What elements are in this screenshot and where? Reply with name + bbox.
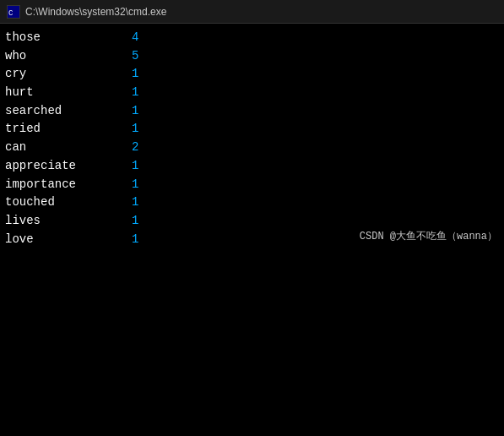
title-bar: C C:\Windows\system32\cmd.exe [0, 0, 504, 24]
title-bar-text: C:\Windows\system32\cmd.exe [25, 6, 166, 18]
word-label: those [5, 29, 132, 47]
count-value: 1 [132, 193, 138, 212]
table-row: importance1 [3, 176, 501, 194]
word-label: lives [5, 212, 132, 231]
table-row: those4 [3, 29, 501, 47]
word-label: love [5, 231, 132, 249]
watermark: CSDN @大鱼不吃鱼（wanna） [360, 229, 497, 243]
table-row: can2 [3, 139, 501, 157]
count-value: 5 [132, 47, 138, 66]
word-label: importance [5, 176, 132, 194]
table-row: appreciate1 [3, 157, 501, 176]
count-value: 1 [132, 176, 138, 194]
count-value: 1 [132, 102, 138, 121]
word-label: cry [5, 65, 132, 84]
count-value: 1 [132, 84, 138, 102]
count-value: 4 [132, 29, 138, 47]
count-value: 1 [132, 120, 138, 139]
table-row: searched1 [3, 102, 501, 121]
count-value: 1 [132, 231, 138, 249]
word-label: can [5, 139, 132, 157]
count-value: 1 [132, 157, 138, 176]
word-label: hurt [5, 84, 132, 102]
table-row: lives1 [3, 212, 501, 231]
table-row: cry1 [3, 65, 501, 84]
word-label: who [5, 47, 132, 66]
word-label: touched [5, 193, 132, 212]
cmd-icon: C [7, 5, 20, 19]
table-row: touched1 [3, 193, 501, 212]
count-value: 1 [132, 65, 138, 84]
svg-text:C: C [8, 9, 14, 18]
word-label: tried [5, 120, 132, 139]
table-row: tried1 [3, 120, 501, 139]
count-value: 1 [132, 212, 138, 231]
table-row: who5 [3, 47, 501, 66]
count-value: 2 [132, 139, 138, 157]
word-label: appreciate [5, 157, 132, 176]
table-row: hurt1 [3, 84, 501, 102]
content-area: those4who5cry1hurt1searched1tried1can2ap… [0, 24, 504, 253]
word-label: searched [5, 102, 132, 121]
